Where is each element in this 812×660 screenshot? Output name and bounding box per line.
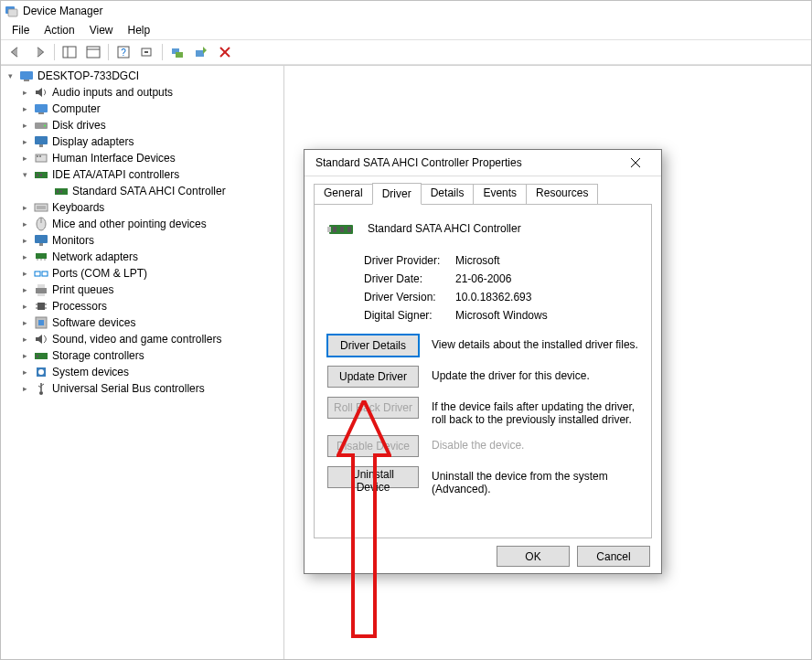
menu-action[interactable]: Action (37, 22, 81, 38)
controller-icon (54, 184, 69, 198)
expand-icon[interactable]: ▸ (19, 87, 30, 98)
svg-rect-56 (37, 355, 38, 357)
date-label: Driver Date: (364, 272, 455, 285)
tree-item-label: Network adapters (52, 250, 138, 263)
expand-icon[interactable]: ▸ (19, 317, 30, 328)
dialog-title: Standard SATA AHCI Controller Properties (315, 156, 617, 169)
dialog-titlebar[interactable]: Standard SATA AHCI Controller Properties (304, 150, 661, 176)
svg-rect-12 (196, 50, 204, 57)
expand-icon[interactable]: ▸ (19, 136, 30, 147)
provider-value: Microsoft (455, 254, 638, 267)
dialog-footer: OK Cancel (304, 538, 661, 574)
ok-button[interactable]: OK (497, 546, 570, 567)
update-driver-button[interactable]: Update Driver (327, 366, 419, 388)
tree-item[interactable]: ▸Print queues (3, 282, 283, 298)
svg-rect-47 (37, 293, 45, 296)
keyboard-icon (34, 200, 48, 215)
tree-item[interactable]: ▸Display adapters (3, 133, 283, 150)
tree-item[interactable]: ▾IDE ATA/ATAPI controllers (3, 166, 283, 183)
tab-general[interactable]: General (314, 184, 373, 204)
device-tree[interactable]: ▾ DESKTOP-733DGCI ▸Audio inputs and outp… (1, 66, 284, 659)
svg-rect-65 (340, 227, 344, 232)
tree-item-label: IDE ATA/ATAPI controllers (52, 168, 179, 181)
tree-item-label: Sound, video and game controllers (52, 333, 221, 346)
controller-icon (327, 216, 358, 241)
ide-icon (34, 167, 48, 182)
svg-rect-38 (39, 243, 43, 246)
tree-item[interactable]: ▸Human Interface Devices (3, 150, 283, 166)
expand-icon[interactable]: ▸ (19, 268, 30, 279)
update-driver-icon[interactable] (166, 42, 188, 62)
expand-icon[interactable]: ▸ (19, 153, 30, 164)
tree-item[interactable]: ▸Keyboards (3, 199, 283, 216)
svg-rect-39 (36, 253, 47, 259)
expand-icon[interactable]: ▸ (19, 251, 30, 262)
expand-icon[interactable]: ▸ (19, 383, 30, 394)
tree-item-label: Print queues (52, 283, 113, 296)
svg-point-58 (38, 369, 44, 375)
tree-item-label: Display adapters (52, 135, 134, 148)
show-hide-tree-icon[interactable] (59, 42, 80, 62)
svg-rect-21 (35, 136, 48, 144)
version-value: 10.0.18362.693 (455, 291, 638, 303)
tree-item[interactable]: ▸Universal Serial Bus controllers (3, 380, 283, 397)
display-icon (34, 134, 48, 149)
help-icon[interactable]: ? (112, 42, 134, 62)
expand-icon[interactable]: ▸ (19, 284, 30, 295)
tree-item-label: Disk drives (52, 119, 106, 132)
menu-help[interactable]: Help (121, 22, 158, 38)
cancel-button[interactable]: Cancel (577, 546, 650, 567)
tree-item[interactable]: ▸Software devices (3, 314, 283, 331)
expand-icon[interactable]: ▸ (19, 235, 30, 246)
expand-icon[interactable]: ▸ (19, 301, 30, 312)
expand-icon[interactable]: ▸ (19, 218, 30, 229)
tree-item[interactable]: ▸Network adapters (3, 249, 283, 265)
tree-item-label: System devices (52, 366, 129, 378)
collapse-icon[interactable]: ▾ (19, 169, 30, 180)
tree-item[interactable]: ▸Processors (3, 298, 283, 314)
svg-rect-25 (39, 155, 41, 157)
expand-icon[interactable]: ▸ (19, 350, 30, 361)
tree-item[interactable]: ▸Computer (3, 101, 283, 117)
menu-file[interactable]: File (5, 22, 37, 38)
tree-item[interactable]: ▸Storage controllers (3, 347, 283, 364)
tab-events[interactable]: Events (473, 184, 527, 204)
tree-item[interactable]: ▸Ports (COM & LPT) (3, 265, 283, 282)
expand-icon[interactable]: ▸ (19, 120, 30, 131)
tree-root[interactable]: ▾ DESKTOP-733DGCI (3, 68, 283, 84)
svg-rect-2 (63, 47, 76, 58)
scan-hardware-icon[interactable] (136, 42, 158, 62)
menu-view[interactable]: View (82, 22, 121, 38)
uninstall-device-button[interactable]: Uninstall Device (327, 466, 419, 488)
disable-device-icon[interactable] (214, 42, 236, 62)
tree-item[interactable]: ▸Disk drives (3, 117, 283, 133)
forward-icon[interactable] (28, 42, 50, 62)
expand-icon[interactable]: ▸ (19, 202, 30, 213)
expand-icon[interactable]: ▸ (19, 334, 30, 345)
svg-rect-15 (20, 71, 33, 80)
window-title: Device Manager (23, 5, 102, 17)
svg-rect-18 (38, 112, 44, 114)
tab-resources[interactable]: Resources (526, 184, 598, 204)
tree-item[interactable]: ▸Sound, video and game controllers (3, 331, 283, 347)
driver-details-description: View details about the installed driver … (432, 335, 638, 351)
tree-item[interactable]: ▸Mice and other pointing devices (3, 216, 283, 232)
properties-icon[interactable] (82, 42, 104, 62)
expander-icon[interactable]: ▾ (5, 70, 16, 81)
uninstall-device-icon[interactable] (190, 42, 212, 62)
tree-item[interactable]: ▸System devices (3, 364, 283, 380)
tree-item[interactable]: Standard SATA AHCI Controller (3, 183, 283, 199)
tree-item[interactable]: ▸Monitors (3, 232, 283, 249)
expand-icon[interactable]: ▸ (19, 103, 30, 114)
tab-details[interactable]: Details (421, 184, 475, 204)
tab-driver[interactable]: Driver (372, 183, 422, 205)
back-icon[interactable] (5, 42, 27, 62)
tree-item-label: Keyboards (52, 201, 104, 214)
close-icon[interactable] (617, 150, 654, 176)
roll-back-driver-button: Roll Back Driver (327, 397, 419, 419)
tree-item-label: Storage controllers (52, 349, 144, 362)
driver-details-button[interactable]: Driver Details (327, 335, 419, 357)
expand-icon[interactable]: ▸ (19, 367, 30, 378)
tree-item[interactable]: ▸Audio inputs and outputs (3, 84, 283, 101)
signer-label: Digital Signer: (364, 309, 455, 322)
